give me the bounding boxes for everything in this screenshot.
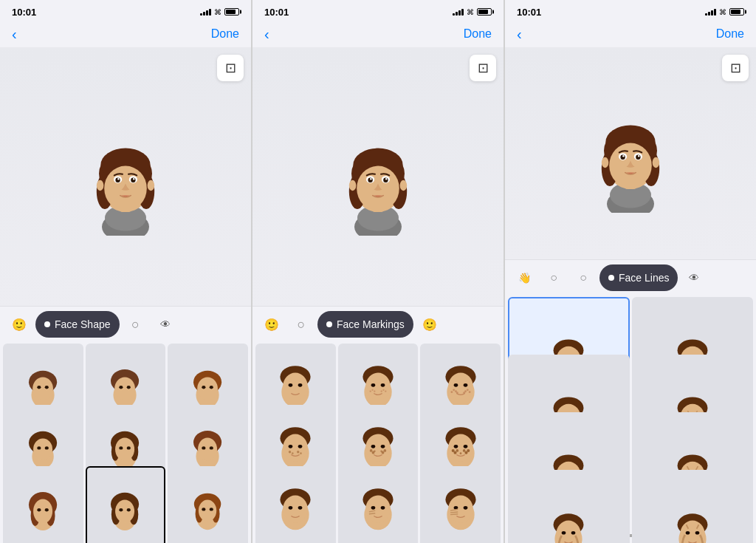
tab-oval-2[interactable]: ○ [288, 311, 315, 338]
tab-oval-icon-3a: ○ [550, 271, 557, 284]
svg-point-140 [463, 445, 467, 448]
svg-point-47 [202, 446, 205, 449]
svg-point-20 [37, 386, 41, 389]
grid-cell-3-3[interactable] [168, 466, 248, 543]
fm-cell-3-2[interactable] [338, 466, 419, 543]
svg-point-19 [32, 377, 53, 400]
tab-eye-3[interactable]: 👁 [681, 264, 707, 291]
status-time-3: 10:01 [517, 7, 541, 18]
svg-point-122 [292, 453, 294, 455]
tab-oval-icon-3b: ○ [580, 271, 587, 284]
grid-cell-3-2[interactable] [86, 466, 166, 543]
svg-point-91 [298, 383, 303, 387]
svg-point-35 [37, 446, 41, 449]
tab-oval-3a[interactable]: ○ [540, 264, 567, 291]
svg-line-159 [369, 513, 375, 514]
tab-face2-2[interactable]: 🙂 [416, 311, 443, 338]
svg-point-142 [453, 451, 456, 454]
grid-area-1 [0, 341, 251, 528]
done-button-2[interactable]: Done [464, 27, 492, 41]
done-button-1[interactable]: Done [211, 27, 239, 41]
wifi-icon-1: ⌘ [214, 8, 221, 16]
svg-point-219 [571, 531, 576, 535]
svg-point-112 [467, 389, 469, 392]
svg-point-68 [202, 508, 205, 510]
fm-cell-3-3[interactable] [420, 466, 501, 543]
svg-point-128 [371, 445, 376, 448]
svg-point-107 [463, 383, 467, 387]
svg-point-164 [463, 506, 467, 510]
tab-emoji-icon-1: 🙂 [12, 318, 27, 332]
fm-cell-3-1[interactable] [255, 466, 336, 543]
battery-icon-1 [224, 8, 239, 16]
svg-point-54 [37, 508, 41, 511]
tab-emoji-icon-2: 🙂 [264, 318, 279, 332]
svg-point-150 [284, 496, 309, 523]
back-button-1[interactable]: ‹ [12, 26, 17, 43]
svg-point-143 [456, 449, 458, 452]
svg-point-147 [459, 453, 461, 455]
avatar-svg-3 [583, 95, 678, 213]
wifi-icon-2: ⌘ [467, 8, 474, 16]
svg-point-114 [468, 392, 470, 394]
svg-point-31 [210, 386, 213, 389]
selector-tabs-2: 🙂 ○ Face Markings 🙂 [252, 306, 504, 341]
svg-point-84 [385, 178, 387, 180]
svg-point-224 [695, 531, 699, 535]
svg-point-152 [298, 506, 303, 510]
back-button-2[interactable]: ‹ [264, 26, 269, 43]
status-bar-3: 10:01 ⌘ [505, 0, 756, 21]
svg-point-121 [289, 451, 291, 453]
svg-point-98 [374, 391, 375, 392]
svg-point-156 [371, 506, 376, 510]
svg-point-182 [638, 155, 639, 157]
svg-point-218 [562, 531, 566, 535]
tab-dot-1 [44, 321, 50, 327]
phone-2-screen: 10:01 ⌘ ‹ Done [252, 0, 504, 543]
svg-point-120 [298, 445, 303, 448]
camera-button-1[interactable]: ⊡ [217, 55, 244, 81]
nav-bar-1: ‹ Done [0, 21, 251, 47]
svg-point-119 [289, 445, 293, 448]
svg-point-223 [685, 531, 690, 535]
svg-point-90 [289, 383, 293, 387]
status-bar-2: 10:01 ⌘ [252, 0, 504, 21]
svg-point-86 [400, 180, 408, 191]
camera-button-2[interactable]: ⊡ [470, 55, 496, 81]
grid-cell-3-1[interactable] [3, 466, 83, 543]
svg-point-139 [453, 445, 458, 448]
tab-oval-3b[interactable]: ○ [570, 264, 597, 291]
fl-cell-4-1[interactable] [508, 470, 630, 543]
svg-point-13 [117, 178, 119, 180]
svg-point-157 [381, 506, 385, 510]
svg-point-25 [120, 386, 123, 389]
svg-point-102 [385, 391, 386, 392]
fl-cell-4-2[interactable] [632, 470, 754, 543]
wifi-icon-3: ⌘ [719, 8, 726, 16]
camera-icon-1: ⊡ [225, 60, 236, 76]
back-button-3[interactable]: ‹ [517, 26, 522, 43]
tab-face-lines-label-3: Face Lines [619, 272, 669, 284]
svg-line-166 [450, 512, 458, 513]
tab-face-shape-1[interactable]: Face Shape [35, 311, 120, 338]
tab-face-markings-2[interactable]: Face Markings [317, 311, 413, 338]
svg-point-146 [467, 449, 470, 452]
svg-point-105 [448, 373, 473, 400]
tab-eye-1[interactable]: 👁 [152, 311, 179, 338]
tab-hand-3[interactable]: 👋 [511, 264, 537, 291]
svg-point-97 [371, 389, 373, 391]
status-icons-3: ⌘ [705, 8, 744, 16]
svg-point-138 [448, 434, 473, 462]
svg-point-181 [622, 155, 624, 157]
tab-emoji-2[interactable]: 🙂 [258, 311, 285, 338]
status-time-1: 10:01 [12, 7, 36, 18]
camera-button-3[interactable]: ⊡ [722, 55, 749, 81]
svg-point-67 [199, 499, 216, 521]
battery-icon-3 [729, 8, 744, 16]
svg-point-42 [120, 446, 123, 449]
tab-face-lines-3[interactable]: Face Lines [599, 264, 678, 291]
done-button-3[interactable]: Done [716, 27, 744, 41]
tab-oval-1[interactable]: ○ [123, 311, 149, 338]
svg-point-183 [602, 157, 609, 167]
tab-emoji-1[interactable]: 🙂 [6, 311, 32, 338]
